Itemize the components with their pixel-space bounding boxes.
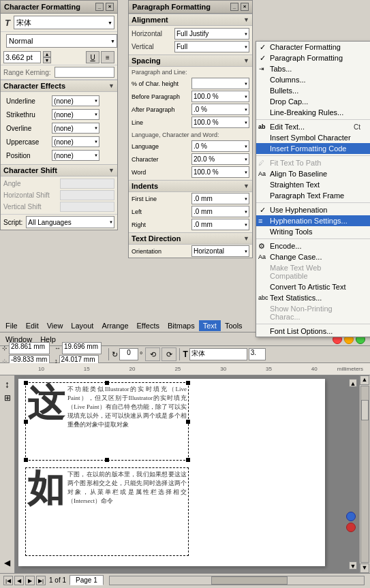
position-select[interactable]: (none) [52, 150, 99, 161]
scroll-right-down[interactable]: ▼ [360, 563, 369, 573]
menu-fit-text[interactable]: 🖊 Fit Text To Path [256, 157, 370, 168]
size-down-btn[interactable]: ▼ [43, 57, 51, 63]
rotation-input[interactable]: 0 [119, 348, 138, 360]
char-panel-minimize[interactable]: _ [95, 3, 104, 11]
before-para-input[interactable]: 100.0 % [191, 91, 249, 102]
para-panel-close[interactable]: × [241, 3, 249, 11]
next-page-btn[interactable]: ▶ [25, 576, 35, 585]
menu-columns[interactable]: Columns... [256, 74, 370, 85]
size-up-btn[interactable]: ▲ [43, 51, 51, 57]
text-direction-header[interactable]: Text Direction ▼ [129, 232, 252, 245]
font-style-select[interactable]: Normal [6, 34, 117, 48]
menu-text[interactable]: Text [199, 320, 221, 331]
strikethru-select[interactable]: (none) [52, 109, 99, 120]
underline-btn[interactable]: U [86, 51, 99, 63]
font-name-select[interactable]: 宋体 [14, 16, 114, 29]
menu-para-formatting[interactable]: ✓ Paragraph Formatting [256, 52, 370, 63]
word-input[interactable]: 100.0 % [191, 166, 249, 178]
v-scrollbar-track[interactable] [360, 386, 369, 563]
last-page-btn[interactable]: ▶| [36, 576, 46, 585]
menu-edit[interactable]: Edit [22, 320, 43, 331]
menu-writing-tools[interactable]: Writing Tools [256, 226, 370, 237]
line-input[interactable]: 100.0 % [191, 117, 249, 128]
uppercase-select[interactable]: (none) [52, 136, 99, 147]
toolbar-btn-2[interactable]: ⟳ [161, 347, 176, 361]
menu-line-breaking[interactable]: Line-Breaking Rules... [256, 107, 370, 118]
indents-section-header[interactable]: Indents ▼ [129, 180, 252, 192]
menu-straighten-text[interactable]: Straighten Text [256, 179, 370, 190]
primary-color-btn[interactable] [346, 512, 356, 521]
menu-tools[interactable]: Tools [221, 320, 247, 331]
char-panel-close[interactable]: × [106, 3, 114, 11]
para-panel-minimize[interactable]: _ [230, 3, 238, 11]
menu-para-text-frame[interactable]: Paragraph Text Frame [256, 190, 370, 201]
font-name-toolbar[interactable]: 宋体 [189, 348, 247, 360]
menu-tabs[interactable]: ⇥ Tabs... [256, 63, 370, 74]
first-line-input[interactable]: .0 mm [191, 193, 249, 204]
range-kerning-input[interactable] [55, 67, 115, 78]
overline-select[interactable]: (none) [52, 123, 99, 134]
percent-height-select[interactable] [191, 78, 249, 89]
script-select[interactable]: All Languages [26, 216, 114, 228]
menu-change-case[interactable]: Aa Change Case... [256, 251, 370, 262]
menu-use-hyphenation[interactable]: ✓ Use Hyphenation [256, 204, 370, 215]
v-shift-input [60, 202, 114, 212]
char-shift-header[interactable]: Character Shift ▼ [1, 164, 117, 176]
menu-file[interactable]: File [1, 320, 22, 331]
menu-view[interactable]: View [43, 320, 67, 331]
horizontal-select[interactable]: Full Justify [174, 28, 249, 40]
menu-make-text-web[interactable]: Make Text Web Compatible [256, 262, 370, 281]
side-tool-1[interactable]: ↕ [1, 377, 14, 391]
scroll-down-btn[interactable]: ▼ [349, 561, 357, 570]
alignment-section-header[interactable]: Alignment ▼ [129, 14, 252, 26]
menu-char-formatting[interactable]: ✓ Character Formatting [256, 42, 370, 52]
side-tool-2[interactable]: ⊞ [1, 391, 14, 405]
scroll-right-up[interactable]: ▲ [360, 375, 369, 385]
menu-show-nonprinting[interactable]: Show Non-Printing Charac... [256, 303, 370, 322]
menu-effects[interactable]: Effects [133, 320, 164, 331]
menu-bullets[interactable]: Bullets... [256, 85, 370, 96]
h-scrollbar-track[interactable] [109, 576, 365, 585]
side-tool-3[interactable]: ◀ [1, 556, 14, 570]
scroll-up-btn[interactable]: ▲ [349, 379, 357, 387]
font-size-input[interactable]: 3.662 pt [3, 51, 41, 63]
page-tab-1[interactable]: Page 1 [70, 575, 104, 585]
after-para-input[interactable]: .0 % [191, 104, 249, 115]
menu-encode[interactable]: ⚙ Encode... [256, 241, 370, 251]
text-box-1[interactable]: 这 不功能类似Illustrator的实时填充（Live Paint），但又区别… [25, 382, 189, 461]
big-char-1: 这 [26, 383, 66, 460]
first-page-btn[interactable]: |◀ [3, 576, 13, 585]
menu-align-baseline[interactable]: Aa Align To Baseline [256, 168, 370, 179]
char-effects-header[interactable]: Character Effects ▼ [1, 80, 117, 92]
language-input[interactable]: .0 % [191, 140, 249, 152]
spacing-section-header[interactable]: Spacing ▼ [129, 55, 252, 67]
menu-text-statistics[interactable]: abc Text Statistics... [256, 292, 370, 303]
left-indent-input[interactable]: .0 mm [191, 206, 249, 217]
menu-convert-artistic[interactable]: Convert To Artistic Text [256, 281, 370, 292]
x-input[interactable]: 28.861 mm [9, 342, 50, 354]
menu-drop-cap[interactable]: Drop Cap... [256, 96, 370, 107]
underline-select[interactable]: (none) [52, 95, 99, 106]
w-input[interactable]: 19.696 mm [62, 342, 102, 354]
menu-bitmaps[interactable]: Bitmaps [164, 320, 199, 331]
prev-page-btn[interactable]: ◀ [14, 576, 24, 585]
font-size-toolbar[interactable]: 3. [249, 348, 266, 360]
character-input[interactable]: 20.0 % [191, 153, 249, 165]
use-hyphenation-check: ✓ [260, 206, 266, 215]
position-label: Position [5, 149, 49, 161]
right-indent-input[interactable]: .0 mm [191, 219, 249, 230]
menu-insert-symbol[interactable]: Insert Symbol Character [256, 132, 370, 143]
menu-insert-formatting[interactable]: Insert Formatting Code [256, 143, 370, 154]
orientation-select[interactable]: Horizontal [191, 245, 249, 257]
toolbar-btn-1[interactable]: ⟲ [145, 347, 160, 361]
v-shift-row: Vertical Shift [3, 201, 114, 213]
menu-arrange[interactable]: Arrange [97, 320, 132, 331]
menu-hyphenation-settings[interactable]: ≡ Hyphenation Settings... [256, 215, 370, 226]
menu-font-list-options[interactable]: Font List Options... [256, 326, 370, 337]
text-box-2[interactable]: 如 下图，在以前的版本里，我们如果想要这这两个图形相交之处，只能先同时选择这两个… [25, 467, 189, 556]
align-btn[interactable]: ≡ [101, 51, 114, 63]
menu-edit-text[interactable]: ab Edit Text... Ct [256, 121, 370, 132]
vertical-select[interactable]: Full [174, 41, 249, 52]
secondary-color-btn[interactable] [346, 523, 356, 532]
menu-layout[interactable]: Layout [67, 320, 97, 331]
